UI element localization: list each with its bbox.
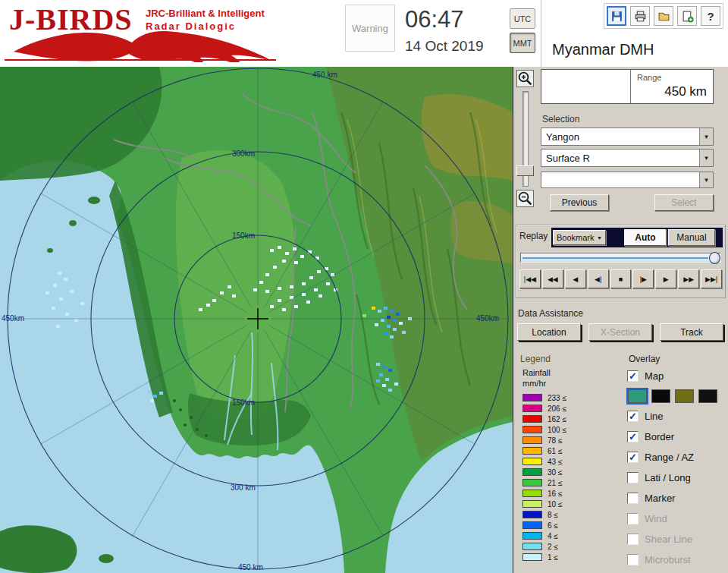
legend-threshold-value: 8 ≤	[548, 511, 558, 519]
range-display-right: Range 450 km	[631, 70, 713, 103]
replay-group: Replay Bookmark ▼ Auto Manual |◀◀◀◀◀◀|■|…	[516, 225, 726, 298]
checkbox-checked-icon[interactable]: ✓	[627, 431, 639, 442]
map-style-swatch[interactable]	[651, 389, 670, 403]
extra-dropdown-value	[541, 172, 699, 187]
save-button[interactable]	[607, 6, 626, 26]
legend-threshold-value: 61 ≤	[548, 447, 562, 455]
help-button[interactable]: ?	[701, 6, 720, 26]
legend-scale-row: 4 ≤	[522, 530, 615, 541]
overlay-item-border[interactable]: ✓Border	[627, 427, 727, 447]
previous-button[interactable]: Previous	[550, 194, 609, 211]
legend-scale-row: 6 ≤	[522, 520, 615, 530]
extra-dropdown[interactable]: ▼	[541, 172, 714, 188]
playback-fast-rewind-button[interactable]: ◀◀	[542, 269, 563, 288]
product-dropdown-value: Surface R	[541, 150, 699, 166]
playback-go-start-button[interactable]: |◀◀	[519, 269, 541, 288]
utc-button[interactable]: UTC	[510, 8, 535, 29]
x-section-button: X-Section	[588, 323, 652, 341]
legend-color-swatch	[522, 543, 542, 550]
legend-scale-row: 162 ≤	[522, 414, 615, 424]
legend-color-swatch	[522, 521, 542, 529]
select-button[interactable]: Select	[654, 194, 714, 211]
overlay-item-label: Shear Line	[645, 534, 692, 545]
range-label: Range	[637, 73, 661, 82]
track-button[interactable]: Track	[660, 323, 723, 341]
site-dropdown[interactable]: Yangon ▼	[541, 128, 714, 146]
map-style-swatch[interactable]	[628, 389, 647, 403]
bookmark-button[interactable]: Bookmark ▼	[553, 230, 606, 245]
replay-slider-thumb[interactable]	[709, 252, 720, 264]
chevron-down-icon[interactable]: ▼	[699, 128, 713, 145]
legend-scale-row: 43 ≤	[522, 456, 615, 467]
map-style-swatch[interactable]	[698, 389, 717, 403]
product-dropdown[interactable]: Surface R ▼	[541, 149, 714, 167]
legend-color-swatch	[522, 436, 542, 444]
legend-threshold-value: 43 ≤	[548, 458, 562, 466]
chevron-down-icon[interactable]: ▼	[699, 172, 713, 187]
playback-stop-button[interactable]: ■	[610, 269, 632, 288]
legend-color-swatch	[522, 447, 542, 455]
logo-subtitle-1: JRC-Brilliant & Intelligent	[146, 8, 281, 19]
radar-map[interactable]: 450 km 300km 150km 150km 300 km 450 km 4…	[0, 67, 513, 573]
legend-color-swatch	[522, 490, 542, 497]
ring-label-bottom-300: 300 km	[231, 483, 256, 492]
overlay-item-lati-long[interactable]: Lati / Long	[627, 468, 727, 488]
auto-mode-button[interactable]: Auto	[624, 229, 667, 246]
legend-scale-row: 61 ≤	[522, 445, 615, 456]
replay-mode-strip: Bookmark ▼ Auto Manual	[551, 228, 723, 247]
location-button[interactable]: Location	[517, 323, 581, 341]
checkbox-checked-icon[interactable]: ✓	[627, 370, 639, 382]
print-button[interactable]	[630, 6, 650, 26]
legend-threshold-value: 78 ≤	[548, 436, 562, 445]
overlay-item-range-az[interactable]: ✓Range / AZ	[627, 447, 727, 468]
map-style-swatch[interactable]	[675, 389, 694, 403]
open-folder-button[interactable]	[654, 6, 673, 26]
legend-scale-row: 233 ≤	[522, 392, 615, 403]
playback-fast-forward-button[interactable]: ▶▶	[678, 269, 699, 288]
overlay-item-microburst: Microburst	[627, 549, 727, 570]
zoom-out-button[interactable]	[516, 190, 534, 207]
playback-forward-button[interactable]: ▶	[655, 269, 676, 288]
ring-label-top-150: 150km	[232, 231, 255, 240]
checkbox-checked-icon[interactable]: ✓	[627, 411, 639, 422]
checkbox-checked-icon[interactable]: ✓	[627, 452, 639, 463]
playback-rewind-button[interactable]: ◀	[565, 269, 586, 288]
legend-color-swatch	[522, 415, 542, 423]
overlay-item-marker[interactable]: Marker	[627, 488, 727, 508]
mmt-button[interactable]: MMT	[510, 33, 535, 53]
playback-step-back-button[interactable]: ◀|	[588, 269, 609, 288]
range-display-left	[541, 70, 631, 103]
replay-slider-track[interactable]	[520, 253, 721, 263]
legend-color-swatch	[522, 468, 542, 476]
export-button[interactable]	[677, 6, 697, 26]
warning-indicator: Warning	[345, 5, 395, 52]
zoom-slider-thumb[interactable]	[516, 165, 534, 176]
overlay-item-map[interactable]: ✓Map	[627, 366, 727, 386]
header: J-BIRDS JRC-Brilliant & Intelligent Rada…	[0, 0, 728, 67]
overlay-item-label: Marker	[645, 493, 675, 504]
chevron-down-icon[interactable]: ▼	[699, 150, 713, 166]
legend-parameter: Rainfall	[522, 368, 551, 377]
range-display: Range 450 km	[541, 69, 714, 104]
legend-threshold-value: 206 ≤	[548, 405, 566, 413]
ring-label-left-450: 450km	[2, 314, 24, 323]
legend-threshold-value: 100 ≤	[548, 426, 566, 434]
radar-map-svg: 450 km 300km 150km 150km 300 km 450 km 4…	[0, 67, 513, 573]
playback-go-end-button[interactable]: ▶▶|	[701, 269, 722, 288]
overlay-item-line[interactable]: ✓Line	[627, 406, 727, 427]
overlay-item-label: Map	[645, 370, 664, 382]
station-title: Myanmar DMH	[552, 41, 654, 58]
zoom-in-button[interactable]	[516, 70, 534, 87]
save-icon	[610, 10, 623, 23]
overlay-title: Overlay	[629, 354, 660, 364]
legend-title: Legend	[520, 354, 551, 364]
playback-step-forward-button[interactable]: |▶	[632, 269, 654, 288]
legend-scale-row: 21 ≤	[522, 477, 615, 488]
overlay-list: ✓Map✓Line✓Border✓Range / AZLati / LongMa…	[627, 366, 727, 570]
checkbox-icon[interactable]	[627, 493, 639, 504]
checkbox-icon[interactable]	[627, 472, 639, 483]
legend-color-swatch	[522, 458, 542, 465]
manual-mode-button[interactable]: Manual	[668, 229, 715, 246]
legend-threshold-value: 10 ≤	[548, 500, 562, 508]
control-panel: Range 450 km Selection Yangon ▼ Surface …	[513, 67, 728, 573]
